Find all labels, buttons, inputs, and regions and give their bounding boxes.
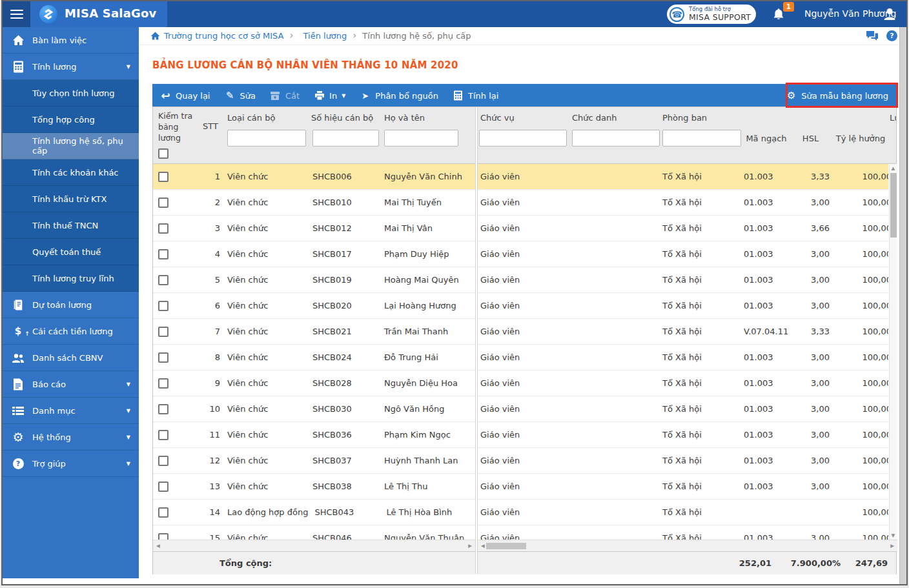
table-row-right[interactable]: Giáo viênTổ Xã hội01.0033,00100,00 xyxy=(478,422,888,448)
vertical-scrollbar-thumb[interactable] xyxy=(890,173,897,238)
feedback-chat-icon[interactable] xyxy=(866,30,879,41)
back-button[interactable]: ↩ Quay lại xyxy=(160,89,210,102)
table-row[interactable]: 7Viên chứcSHCB021Trần Mai Thanh xyxy=(153,319,475,345)
table-row-right[interactable]: Giáo viênTổ Xã hội01.0033,33100,00 xyxy=(478,164,888,190)
table-row-right[interactable]: Giáo viênTổ Xã hội01.0033,00100,00 xyxy=(478,474,888,500)
row-checkbox[interactable] xyxy=(158,456,169,466)
cell-department: Tổ Xã hội xyxy=(659,249,741,259)
table-row[interactable]: 5Viên chứcSHCB019Hoàng Mai Quyên xyxy=(153,267,475,293)
row-checkbox[interactable] xyxy=(158,198,169,208)
table-row[interactable]: 13Viên chứcSHCB038Lê Thị Thu xyxy=(153,474,475,500)
sidebar-item-coefficient-allowance-salary[interactable]: Tính lương hệ số, phụ cấp xyxy=(3,133,139,159)
table-row-right[interactable]: Giáo viênTổ Xã hội01.0033,00100,00 xyxy=(478,293,888,319)
cell-rate: 100,00 xyxy=(830,249,888,259)
table-row[interactable]: 9Viên chứcSHCB028Nguyễn Diệu Hoa xyxy=(153,370,475,396)
sidebar-item-payroll-options[interactable]: Tùy chọn tính lương xyxy=(3,80,139,106)
print-button[interactable]: In ▼ xyxy=(314,91,345,101)
sidebar-item-pit-tax[interactable]: Tính thuế TNCN xyxy=(3,212,139,239)
breadcrumb-root[interactable]: Trường trung học cơ sở MISA xyxy=(164,31,284,41)
horizontal-scrollbar-thumb[interactable] xyxy=(486,543,526,549)
row-checkbox[interactable] xyxy=(158,275,169,285)
row-checkbox[interactable] xyxy=(158,507,169,518)
table-row[interactable]: 15Viên chứcSHCB046Nguyễn Văn Thuận xyxy=(153,525,475,540)
sidebar-item-ktx-deduction[interactable]: Tính khấu trừ KTX xyxy=(3,186,139,212)
table-row-right[interactable]: Giáo viênTổ Xã hội01.0033,00100,00 xyxy=(478,396,888,422)
misa-support-button[interactable]: ☎ Tổng đài hỗ trợ MISA SUPPORT xyxy=(667,5,756,24)
row-checkbox[interactable] xyxy=(158,327,169,337)
filter-department-input[interactable] xyxy=(662,130,741,147)
cell-position: Giáo viên xyxy=(478,378,569,388)
table-row-right[interactable]: Giáo viênTổ Xã hội01.0033,00100,00 xyxy=(478,345,888,370)
filter-title-input[interactable] xyxy=(572,130,660,147)
row-checkbox[interactable] xyxy=(158,172,169,182)
filter-full-name-input[interactable] xyxy=(384,130,458,147)
sidebar-item-workspace[interactable]: Bàn làm việc xyxy=(3,27,139,54)
scroll-right-icon[interactable]: ▶ xyxy=(890,543,894,549)
row-checkbox[interactable] xyxy=(158,301,169,311)
vertical-scrollbar[interactable]: ▲ ▼ xyxy=(889,164,897,540)
table-row[interactable]: 14Lao động hợp đồngSHCB043Lê Thị Hòa Bìn… xyxy=(153,500,475,525)
row-checkbox[interactable] xyxy=(158,533,169,540)
table-row-right[interactable]: Giáo viênTổ Xã hội01.0033,00100,00 xyxy=(478,190,888,216)
scroll-left-icon[interactable]: ◀ xyxy=(156,543,160,549)
table-row[interactable]: 1Viên chứcSHCB006Nguyễn Văn Chinh xyxy=(153,164,475,190)
row-checkbox[interactable] xyxy=(158,249,169,259)
table-row-right[interactable]: Giáo viênTổ Xã hội100,00 xyxy=(478,500,888,525)
scroll-left-icon[interactable]: ◀ xyxy=(481,543,485,549)
sidebar-item-attendance-summary[interactable]: Tổng hợp công xyxy=(3,106,139,133)
window-scrollbar-gutter[interactable] xyxy=(899,27,906,584)
table-row[interactable]: 2Viên chứcSHCB010Mai Thị Tuyến xyxy=(153,190,475,216)
sidebar-item-tax-settlement[interactable]: Quyết toán thuế xyxy=(3,239,139,265)
table-row[interactable]: 6Viên chứcSHCB020Lại Hoàng Hương xyxy=(153,293,475,319)
scroll-right-icon[interactable]: ▶ xyxy=(468,543,472,549)
help-icon[interactable]: ? xyxy=(886,30,897,41)
select-all-checkbox[interactable] xyxy=(158,148,169,159)
horizontal-scrollbar-right[interactable]: ◀ ▶ xyxy=(478,540,897,551)
main-content: BẢNG LƯƠNG CÁN BỘ NHÂN VIÊN THÁNG 10 NĂM… xyxy=(139,45,899,576)
sidebar-item-system[interactable]: ⚙ Hệ thống ▼ xyxy=(3,424,139,451)
table-row-right[interactable]: Giáo viênTổ Xã hội01.0033,00100,00 xyxy=(478,448,888,474)
filter-position-input[interactable] xyxy=(479,130,567,147)
table-row[interactable]: 8Viên chứcSHCB024Đỗ Trung Hải xyxy=(153,345,475,370)
allocate-source-button[interactable]: ➤ Phân bổ nguồn xyxy=(360,91,438,101)
scroll-up-icon[interactable]: ▲ xyxy=(890,166,897,171)
cut-button[interactable]: Cắt xyxy=(270,91,300,101)
row-checkbox[interactable] xyxy=(158,352,169,363)
filter-staff-id-input[interactable] xyxy=(312,130,379,147)
table-row-right[interactable]: Giáo viênTổ Xã hội01.0033,66100,00 xyxy=(478,216,888,241)
table-row[interactable]: 10Viên chứcSHCB030Ngô Văn Hồng xyxy=(153,396,475,422)
scroll-down-icon[interactable]: ▼ xyxy=(890,533,897,538)
sidebar-item-help[interactable]: ? Trợ giúp ▼ xyxy=(3,451,139,477)
filter-staff-type-input[interactable] xyxy=(227,130,306,147)
table-row-right[interactable]: Giáo viênTổ Xã hội01.0033,00100,00 xyxy=(478,241,888,267)
sidebar-item-reports[interactable]: Báo cáo ▼ xyxy=(3,371,139,398)
sidebar-item-other-amounts[interactable]: Tính các khoản khác xyxy=(3,159,139,186)
table-row[interactable]: 3Viên chứcSHCB012Mai Thị Vân xyxy=(153,216,475,241)
table-row[interactable]: 11Viên chứcSHCB036Phạm Kim Ngọc xyxy=(153,422,475,448)
edit-button[interactable]: ✎ Sửa xyxy=(224,90,255,101)
row-checkbox[interactable] xyxy=(158,430,169,440)
sidebar-item-back-pay[interactable]: Tính lương truy lĩnh xyxy=(3,265,139,292)
table-row-right[interactable]: Giáo viênTổ Xã hội01.0033,00100,00 xyxy=(478,267,888,293)
row-checkbox[interactable] xyxy=(158,223,169,234)
hamburger-menu-button[interactable] xyxy=(3,1,30,27)
table-row-right[interactable]: Giáo viênTổ Xã hội01.0033,00100,00 xyxy=(478,525,888,540)
breadcrumb-section[interactable]: Tiền lương xyxy=(303,31,347,41)
row-checkbox[interactable] xyxy=(158,482,169,492)
table-row-right[interactable]: Giáo viênTổ Xã hộiV.07.04.113,33100,00 xyxy=(478,319,888,345)
edit-salary-template-button[interactable]: ⚙ Sửa mẫu bảng lương xyxy=(786,84,888,107)
breadcrumb-home-icon[interactable] xyxy=(150,31,160,41)
user-avatar[interactable] xyxy=(882,6,897,22)
table-row[interactable]: 12Viên chứcSHCB037Huỳnh Thanh Lan xyxy=(153,448,475,474)
recalculate-button[interactable]: Tính lại xyxy=(453,90,498,101)
row-checkbox[interactable] xyxy=(158,378,169,389)
sidebar-item-categories[interactable]: Danh mục ▼ xyxy=(3,398,139,424)
sidebar-item-salary-reform[interactable]: $↑ Cải cách tiền lương xyxy=(3,318,139,345)
sidebar-item-staff-list[interactable]: Danh sách CBNV xyxy=(3,345,139,371)
horizontal-scrollbar-left[interactable]: ◀ ▶ xyxy=(153,540,475,551)
row-checkbox[interactable] xyxy=(158,404,169,414)
sidebar-item-payroll[interactable]: Tính lương ▼ xyxy=(3,54,139,80)
table-row[interactable]: 4Viên chứcSHCB017Phạm Duy Hiệp xyxy=(153,241,475,267)
sidebar-item-salary-budget[interactable]: Dự toán lương xyxy=(3,292,139,318)
table-row-right[interactable]: Giáo viênTổ Xã hội01.0033,00100,00 xyxy=(478,370,888,396)
